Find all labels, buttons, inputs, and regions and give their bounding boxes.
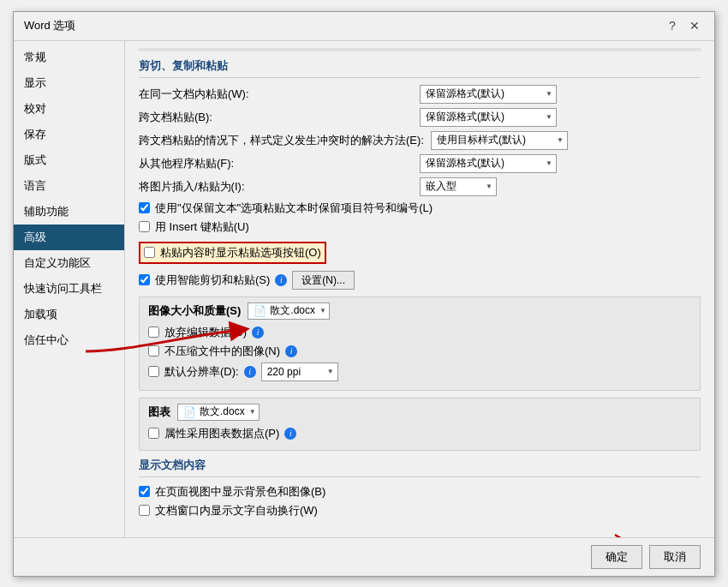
- checkbox-autowrap-label: 文档窗口内显示文字自动换行(W): [155, 503, 318, 518]
- no-compress-info-icon[interactable]: i: [285, 345, 297, 357]
- sidebar: 常规显示校对保存版式语言辅助功能高级自定义功能区快速访问工具栏加载项信任中心: [14, 41, 125, 537]
- smart-cut-info-icon[interactable]: i: [275, 274, 287, 286]
- paste-other-app-row: 从其他程序粘贴(F): 保留源格式(默认): [139, 154, 701, 173]
- checkbox-autowrap[interactable]: [139, 505, 150, 516]
- checkbox-preserve-bullets[interactable]: [139, 202, 150, 213]
- paste-cross-doc-row: 跨文档粘贴(B): 保留源格式(默认): [139, 108, 701, 127]
- checkbox-no-compress-label: 不压缩文件中的图像(N): [164, 344, 280, 359]
- sidebar-item-addins[interactable]: 加载项: [14, 302, 124, 327]
- chart-section-title: 图表: [148, 404, 170, 420]
- checkbox-insert-key-row: 用 Insert 键粘贴(U): [139, 219, 701, 235]
- checkbox-discard-edit-row: 放弃编辑数据(C) i: [148, 325, 691, 340]
- paste-other-app-label: 从其他程序粘贴(F):: [139, 156, 413, 171]
- image-doc-label: 散文.docx: [270, 303, 315, 318]
- dialog-title: Word 选项: [24, 18, 75, 33]
- content-scroll[interactable]: 剪切、复制和粘贴 在同一文档内粘贴(W): 保留源格式(默认) 跨文档粘贴(B)…: [125, 41, 714, 537]
- sidebar-item-save[interactable]: 保存: [14, 122, 124, 147]
- settings-button[interactable]: 设置(N)...: [292, 271, 355, 290]
- sidebar-item-general[interactable]: 常规: [14, 45, 124, 70]
- sidebar-item-accessibility[interactable]: 辅助功能: [14, 199, 124, 225]
- paste-cross-doc-dropdown[interactable]: 保留源格式(默认): [420, 108, 557, 127]
- image-doc-dropdown[interactable]: 📄 散文.docx: [248, 302, 330, 320]
- default-ppi-info-icon[interactable]: i: [244, 366, 256, 378]
- checkbox-default-ppi-label: 默认分辨率(D):: [164, 364, 239, 380]
- sidebar-item-quickaccess[interactable]: 快速访问工具栏: [14, 276, 124, 302]
- paste-image-label: 将图片插入/粘贴为(I):: [139, 179, 413, 195]
- checkbox-no-compress-row: 不压缩文件中的图像(N) i: [148, 344, 691, 359]
- discard-edit-info-icon[interactable]: i: [252, 326, 264, 338]
- bottom-arrow-indicator: [606, 526, 675, 537]
- checkbox-discard-edit[interactable]: [148, 326, 159, 338]
- sidebar-item-display[interactable]: 显示: [14, 70, 124, 96]
- doc-icon: 📄: [254, 305, 266, 317]
- image-section-header: 图像大小和质量(S) 📄 散文.docx: [148, 302, 691, 320]
- scroll-top-bar: [139, 48, 701, 51]
- checkbox-default-ppi-row: 默认分辨率(D): i 220 ppi: [148, 362, 691, 381]
- checkbox-chart-data[interactable]: [148, 428, 159, 439]
- checkbox-preserve-bullets-row: 使用"仅保留文本"选项粘贴文本时保留项目符号和编号(L): [139, 201, 701, 216]
- dialog-footer: 确定 取消: [14, 537, 714, 576]
- paste-conflict-label: 跨文档粘贴的情况下，样式定义发生冲突时的解决方法(E):: [139, 133, 424, 148]
- sidebar-item-language[interactable]: 语言: [14, 173, 124, 199]
- paste-image-row: 将图片插入/粘贴为(I): 嵌入型: [139, 177, 701, 196]
- checkbox-discard-edit-label: 放弃编辑数据(C): [164, 325, 247, 340]
- ppi-dropdown[interactable]: 220 ppi: [261, 362, 338, 381]
- image-section: 图像大小和质量(S) 📄 散文.docx 放弃编辑数据(C) i 不压缩文件中: [139, 296, 701, 391]
- chart-doc-icon: 📄: [183, 406, 196, 418]
- paste-same-doc-label: 在同一文档内粘贴(W):: [139, 87, 413, 102]
- sidebar-item-customize[interactable]: 自定义功能区: [14, 250, 124, 276]
- checkbox-smart-cut[interactable]: [139, 274, 150, 285]
- paste-same-doc-row: 在同一文档内粘贴(W): 保留源格式(默认): [139, 85, 701, 104]
- checkbox-smart-cut-label: 使用智能剪切和粘贴(S): [155, 273, 270, 288]
- checkbox-paste-options-btn-label: 粘贴内容时显示粘贴选项按钮(O): [160, 245, 321, 261]
- checkbox-autowrap-row: 文档窗口内显示文字自动换行(W): [139, 503, 701, 518]
- checkbox-insert-key-label: 用 Insert 键粘贴(U): [155, 219, 249, 235]
- checkbox-chart-data-row: 属性采用图表数据点(P) i: [148, 426, 691, 441]
- word-options-dialog: Word 选项 ? ✕ 常规显示校对保存版式语言辅助功能高级自定义功能区快速访问…: [13, 11, 715, 577]
- title-controls: ? ✕: [663, 17, 704, 34]
- checkbox-no-compress[interactable]: [148, 345, 159, 356]
- checkbox-chart-data-label: 属性采用图表数据点(P): [164, 426, 279, 441]
- sidebar-item-trust[interactable]: 信任中心: [14, 327, 124, 353]
- checkbox-show-bg[interactable]: [139, 486, 150, 497]
- dialog-body: 常规显示校对保存版式语言辅助功能高级自定义功能区快速访问工具栏加载项信任中心 剪…: [14, 41, 714, 537]
- chart-data-info-icon[interactable]: i: [284, 428, 296, 440]
- checkbox-paste-options-btn-row: 粘贴内容时显示粘贴选项按钮(O): [139, 242, 326, 264]
- chart-doc-dropdown[interactable]: 📄 散文.docx: [177, 404, 260, 421]
- close-button[interactable]: ✕: [685, 17, 704, 34]
- cut-copy-paste-header: 剪切、复制和粘贴: [139, 58, 701, 78]
- paste-conflict-dropdown[interactable]: 使用目标样式(默认): [431, 131, 568, 150]
- chart-section: 图表 📄 散文.docx 属性采用图表数据点(P) i: [139, 398, 701, 451]
- checkbox-paste-options-btn[interactable]: [144, 247, 155, 258]
- chart-section-header: 图表 📄 散文.docx: [148, 404, 691, 421]
- sidebar-item-advanced[interactable]: 高级: [14, 225, 124, 250]
- checkbox-preserve-bullets-label: 使用"仅保留文本"选项粘贴文本时保留项目符号和编号(L): [155, 201, 433, 216]
- checkbox-show-bg-row: 在页面视图中显示背景色和图像(B): [139, 484, 701, 500]
- paste-cross-doc-label: 跨文档粘贴(B):: [139, 110, 413, 125]
- ok-button[interactable]: 确定: [591, 545, 642, 569]
- cancel-button[interactable]: 取消: [649, 545, 701, 569]
- image-section-title: 图像大小和质量(S): [148, 303, 241, 319]
- sidebar-item-style[interactable]: 版式: [14, 147, 124, 173]
- sidebar-item-proofing[interactable]: 校对: [14, 96, 124, 122]
- title-bar: Word 选项 ? ✕: [14, 12, 714, 41]
- checkbox-insert-key[interactable]: [139, 221, 150, 232]
- paste-image-dropdown[interactable]: 嵌入型: [420, 177, 497, 196]
- paste-other-app-dropdown[interactable]: 保留源格式(默认): [420, 154, 557, 173]
- checkbox-show-bg-label: 在页面视图中显示背景色和图像(B): [155, 484, 325, 500]
- svg-line-0: [615, 535, 658, 537]
- chart-doc-label: 散文.docx: [200, 404, 245, 419]
- bottom-spacer: [139, 522, 701, 537]
- checkbox-smart-cut-row: 使用智能剪切和粘贴(S) i 设置(N)...: [139, 271, 701, 290]
- paste-conflict-row: 跨文档粘贴的情况下，样式定义发生冲突时的解决方法(E): 使用目标样式(默认): [139, 131, 701, 150]
- help-button[interactable]: ?: [663, 17, 682, 34]
- main-content: 剪切、复制和粘贴 在同一文档内粘贴(W): 保留源格式(默认) 跨文档粘贴(B)…: [125, 41, 714, 537]
- checkbox-default-ppi[interactable]: [148, 366, 159, 377]
- display-section-header: 显示文档内容: [139, 458, 701, 477]
- paste-same-doc-dropdown[interactable]: 保留源格式(默认): [420, 85, 557, 104]
